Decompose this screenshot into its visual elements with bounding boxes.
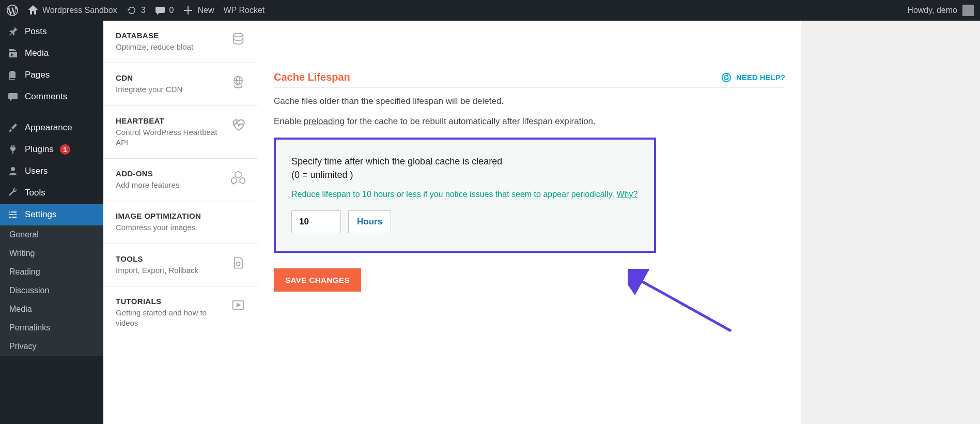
pin-icon: [7, 26, 19, 37]
sidebar-item-label: Media: [25, 48, 49, 58]
video-icon: [231, 298, 245, 312]
field-label-line2: (0 = unlimited ): [291, 169, 639, 181]
site-title: Wordpress Sandbox: [42, 6, 117, 15]
wpr-nav-title: CDN: [116, 73, 224, 82]
sidebar-item-appearance[interactable]: Appearance: [0, 117, 103, 139]
plugins-update-badge: 1: [60, 144, 70, 155]
sidebar-item-label: Users: [25, 166, 48, 176]
sidebar-item-pages[interactable]: Pages: [0, 64, 103, 86]
wpr-nav-database[interactable]: DATABASE Optimize, reduce bloat: [103, 21, 258, 63]
submenu-permalinks[interactable]: Permalinks: [0, 319, 103, 337]
comments-link[interactable]: 0: [155, 5, 174, 16]
wpr-nav-title: IMAGE OPTIMIZATION: [116, 211, 245, 220]
wpr-nav-addons[interactable]: ADD-ONS Add more features: [103, 159, 258, 201]
sidebar-item-settings[interactable]: Settings: [0, 204, 103, 225]
database-icon: [231, 32, 245, 47]
need-help-link[interactable]: NEED HELP?: [721, 72, 785, 83]
sidebar-item-label: Pages: [25, 70, 50, 80]
wpr-nav-tools[interactable]: TOOLS Import, Export, Rollback: [103, 244, 258, 286]
gear-file-icon: [231, 255, 245, 270]
sidebar-item-users[interactable]: Users: [0, 160, 103, 182]
wpr-nav-desc: Getting started and how to videos: [116, 308, 224, 329]
comment-icon: [155, 5, 165, 16]
lifebuoy-icon: [721, 72, 732, 83]
section-description-1: Cache files older than the specified lif…: [274, 94, 785, 108]
wpr-nav-cdn[interactable]: CDN Integrate your CDN: [103, 63, 258, 105]
lifespan-input[interactable]: [291, 210, 341, 233]
wp-rocket-link[interactable]: WP Rocket: [224, 6, 265, 15]
submenu-media[interactable]: Media: [0, 300, 103, 319]
wpr-nav-title: ADD-ONS: [116, 169, 224, 178]
user-greeting[interactable]: Howdy, demo: [907, 6, 957, 15]
sidebar-item-media[interactable]: Media: [0, 42, 103, 64]
user-icon: [7, 165, 19, 177]
plus-icon: [183, 5, 193, 16]
admin-bar: Wordpress Sandbox 3 0 New WP Rocket Howd…: [0, 0, 980, 21]
cache-lifespan-box: Specify time after which the global cach…: [274, 138, 656, 252]
wpr-nav-title: TOOLS: [116, 254, 224, 263]
submenu-general[interactable]: General: [0, 225, 103, 244]
lifespan-unit-select[interactable]: Hours: [348, 210, 391, 233]
wpr-nav-imgopt[interactable]: IMAGE OPTIMIZATION Compress your images: [103, 201, 258, 244]
wp-logo-icon[interactable]: [6, 4, 19, 17]
sidebar-item-label: Plugins: [25, 144, 54, 155]
wrench-icon: [7, 187, 19, 199]
new-content-link[interactable]: New: [183, 5, 214, 16]
sidebar-item-label: Comments: [25, 92, 67, 102]
wpr-nav-desc: Compress your images: [116, 222, 245, 233]
save-changes-button[interactable]: SAVE CHANGES: [274, 268, 361, 292]
field-label-line1: Specify time after which the global cach…: [291, 155, 639, 168]
new-label: New: [197, 6, 214, 15]
media-icon: [7, 48, 19, 59]
sidebar-item-posts[interactable]: Posts: [0, 21, 103, 42]
annotation-arrow-icon: [628, 269, 741, 341]
comments-icon: [7, 91, 19, 102]
svg-point-0: [234, 33, 243, 37]
wpr-nav-tutorials[interactable]: TUTORIALS Getting started and how to vid…: [103, 286, 258, 340]
section-title: Cache Lifespan: [274, 71, 350, 83]
wpr-nav-desc: Optimize, reduce bloat: [116, 42, 224, 52]
wpr-nav-desc: Add more features: [116, 180, 224, 190]
sidebar-item-comments[interactable]: Comments: [0, 86, 103, 108]
wpr-nav-heartbeat[interactable]: HEARTBEAT Control WordPress Heartbeat AP…: [103, 106, 258, 159]
sidebar-item-label: Appearance: [25, 123, 72, 133]
wpr-nav-desc: Import, Export, Rollback: [116, 265, 224, 276]
need-help-label: NEED HELP?: [736, 73, 785, 82]
field-tip: Reduce lifespan to 10 hours or less if y…: [291, 190, 639, 199]
sidebar-item-plugins[interactable]: Plugins 1: [0, 139, 103, 160]
submenu-writing[interactable]: Writing: [0, 244, 103, 263]
submenu-reading[interactable]: Reading: [0, 263, 103, 281]
home-icon: [28, 5, 38, 16]
comments-count: 0: [169, 6, 174, 15]
brush-icon: [7, 122, 19, 133]
submenu-discussion[interactable]: Discussion: [0, 281, 103, 300]
svg-line-6: [638, 279, 731, 331]
preloading-link[interactable]: preloading: [304, 116, 345, 126]
site-link[interactable]: Wordpress Sandbox: [28, 5, 117, 16]
wpr-nav-desc: Integrate your CDN: [116, 84, 224, 95]
why-link[interactable]: Why?: [616, 190, 637, 199]
plug-icon: [7, 144, 19, 155]
sidebar-item-label: Settings: [25, 209, 56, 220]
globe-icon: [231, 74, 245, 89]
sidebar-item-tools[interactable]: Tools: [0, 182, 103, 204]
wpr-nav-title: TUTORIALS: [116, 297, 224, 306]
settings-submenu: General Writing Reading Discussion Media…: [0, 225, 103, 356]
wpr-nav-title: HEARTBEAT: [116, 116, 224, 125]
main-content: Cache Lifespan NEED HELP? Cache files ol…: [258, 21, 801, 424]
updates-count: 3: [141, 6, 146, 15]
heartbeat-icon: [231, 117, 245, 132]
updates-link[interactable]: 3: [127, 5, 146, 16]
wpr-nav-title: DATABASE: [116, 31, 224, 40]
cubes-icon: [231, 170, 245, 185]
sidebar-item-label: Posts: [25, 26, 47, 37]
sliders-icon: [7, 209, 19, 220]
wpr-settings-sidebar: DATABASE Optimize, reduce bloat CDN Inte…: [103, 21, 258, 424]
section-description-2: Enable preloading for the cache to be re…: [274, 114, 785, 128]
pages-icon: [7, 69, 19, 81]
submenu-privacy[interactable]: Privacy: [0, 337, 103, 356]
sidebar-item-label: Tools: [25, 188, 45, 198]
admin-sidebar: Posts Media Pages Comments Appearance Pl…: [0, 21, 103, 424]
avatar[interactable]: [962, 5, 974, 16]
wpr-nav-desc: Control WordPress Heartbeat API: [116, 127, 224, 148]
